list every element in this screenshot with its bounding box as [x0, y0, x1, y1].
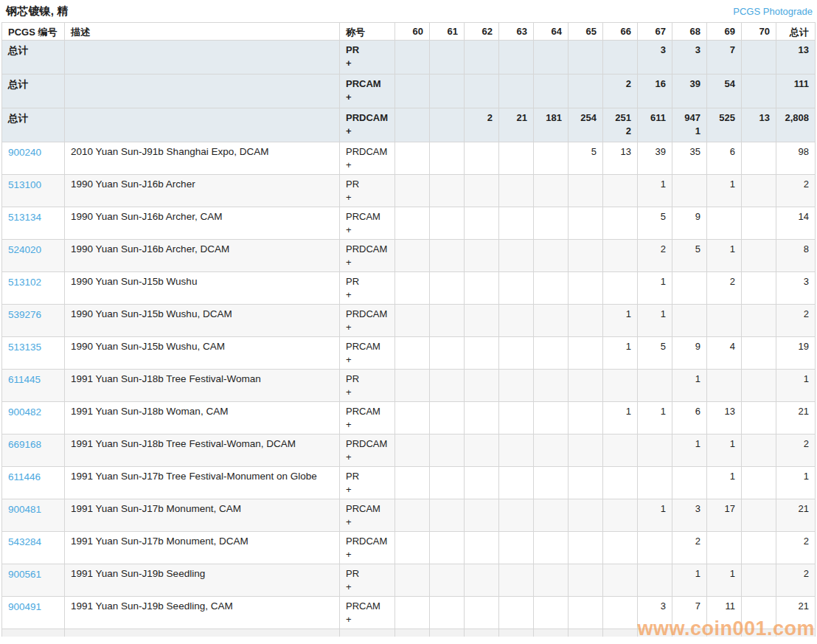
pcgs-number-link[interactable]: 513134: [8, 212, 41, 223]
total-cell: 21: [776, 597, 816, 629]
grade-68-cell: 1: [672, 564, 707, 597]
pcgs-number-link[interactable]: 900481: [8, 504, 41, 515]
pcgs-number-link[interactable]: 611446: [8, 471, 41, 482]
coin-description: 1990 Yuan Sun-J15b Wushu, DCAM: [71, 308, 333, 321]
grade-65-cell: [569, 467, 603, 499]
grade-65-cell: [569, 75, 603, 108]
grade-65-cell: [569, 370, 603, 402]
pcgs-number-cell: 513134: [2, 207, 65, 240]
grade-65-cell: [569, 499, 603, 532]
grade-65-cell: [569, 434, 603, 467]
header-grade-63: 63: [499, 23, 534, 41]
grade-65-cell: [569, 337, 603, 370]
grade-68-cell: [672, 467, 707, 499]
grade-70-cell: [742, 370, 776, 402]
description-cell: 1991 Yuan Sun-J17b Tree Festival-Monumen…: [65, 467, 340, 499]
pcgs-number-link[interactable]: 543284: [8, 536, 41, 547]
total-cell: 2: [776, 564, 816, 597]
grade-68-cell: 9: [672, 207, 707, 240]
table-row: 5432841991 Yuan Sun-J17b Monument, DCAMP…: [2, 532, 816, 564]
pcgs-number-link[interactable]: 524020: [8, 244, 41, 255]
grade-65-cell: [569, 207, 603, 240]
grade-68-cell: [672, 305, 707, 337]
header-grade-70: 70: [742, 23, 776, 41]
pcgs-number-link[interactable]: 611445: [8, 374, 41, 385]
coin-description: 1991 Yuan Sun-J19b Seedling, CAM: [71, 600, 333, 613]
grade-64-cell: [534, 532, 569, 564]
pcgs-number-link[interactable]: 900240: [8, 147, 41, 158]
pcgs-number-link[interactable]: 900491: [8, 601, 41, 612]
total-cell: 21: [776, 402, 816, 434]
description-cell: 1991 Yuan Sun-J19b Seedling: [65, 564, 340, 597]
total-cell: 8: [776, 240, 816, 272]
description-cell: 1990 Yuan Sun-J15b Wushu, CAM: [65, 337, 340, 370]
pcgs-number-link[interactable]: 513135: [8, 342, 41, 353]
pcgs-number-link[interactable]: 669168: [8, 439, 41, 450]
grade-60-cell: [395, 207, 430, 240]
grade-70-cell: [742, 564, 776, 597]
summary-label-cell: 总计: [2, 108, 65, 142]
grade-66-cell: [603, 499, 638, 532]
description-cell: 1990 Yuan Sun-J16b Archer, CAM: [65, 207, 340, 240]
grade-65-cell: [569, 41, 603, 75]
total-cell: 2: [776, 175, 816, 207]
grade-60-cell: [395, 337, 430, 370]
grade-61-cell: [430, 175, 465, 207]
grade-69-cell: 6: [707, 142, 742, 175]
coin-description: 1990 Yuan Sun-J16b Archer, DCAM: [71, 243, 333, 256]
description-cell: 1991 Yuan Sun-J17b Monument, DCAM: [65, 532, 340, 564]
pcgs-number-cell: 900482: [2, 402, 65, 434]
page-title: 钢芯镀镍, 精: [6, 4, 69, 18]
grade-60-cell: [395, 75, 430, 108]
grade-62-cell: [465, 370, 499, 402]
grade-68-cell: 9: [672, 337, 707, 370]
grade-64-cell: [534, 499, 569, 532]
grade-62-cell: 2: [465, 108, 499, 142]
grade-62-cell: [465, 142, 499, 175]
grade-60-cell: [395, 142, 430, 175]
total-cell: 111: [776, 75, 816, 108]
pcgs-number-cell: 900240: [2, 142, 65, 175]
coin-description: 1991 Yuan Sun-J17b Monument, CAM: [71, 502, 333, 516]
pcgs-number-link[interactable]: 900482: [8, 406, 41, 418]
grade-61-cell: [430, 207, 465, 240]
pcgs-number-link[interactable]: 900561: [8, 569, 41, 580]
summary-label-cell: 总计: [2, 41, 65, 75]
grade-64-cell: [534, 337, 569, 370]
grade-70-cell: [742, 75, 776, 108]
header-grade-61: 61: [430, 23, 465, 41]
grade-61-cell: [430, 499, 465, 532]
grade-67-cell: 3: [638, 41, 672, 75]
grade-66-cell: [603, 467, 638, 499]
pcgs-photograde-link[interactable]: PCGS Photograde: [733, 6, 813, 17]
grade-61-cell: [430, 240, 465, 272]
grade-63-cell: [499, 272, 534, 305]
grade-66-cell: [603, 272, 638, 305]
grade-62-cell: [465, 305, 499, 337]
designation-cell: PRDCAM+: [340, 240, 395, 272]
grade-69-cell: [707, 370, 742, 402]
grade-61-cell: [430, 467, 465, 499]
grade-62-cell: [465, 402, 499, 434]
top-bar: 钢芯镀镍, 精 PCGS Photograde: [0, 0, 817, 22]
grade-70-cell: [742, 434, 776, 467]
grade-64-cell: [534, 207, 569, 240]
coin-description: 1990 Yuan Sun-J16b Archer: [71, 178, 333, 191]
grade-65-cell: [569, 240, 603, 272]
grade-67-cell: 5: [638, 337, 672, 370]
pcgs-number-cell: 611445: [2, 370, 65, 402]
pcgs-number-link[interactable]: 513102: [8, 277, 41, 288]
grade-62-cell: [465, 597, 499, 629]
grade-60-cell: [395, 402, 430, 434]
grade-66-cell: [603, 597, 638, 629]
pcgs-number-link[interactable]: 539276: [8, 309, 41, 320]
cutoff-row: [2, 629, 816, 637]
grade-62-cell: [465, 272, 499, 305]
grade-70-cell: [742, 467, 776, 499]
grade-66-cell: [603, 175, 638, 207]
pcgs-number-link[interactable]: 513100: [8, 179, 41, 190]
grade-62-cell: [465, 532, 499, 564]
header-grade-65: 65: [569, 23, 603, 41]
grade-61-cell: [430, 434, 465, 467]
table-header-row: PCGS 编号 描述 称号 6061626364656667686970总计: [2, 23, 816, 41]
